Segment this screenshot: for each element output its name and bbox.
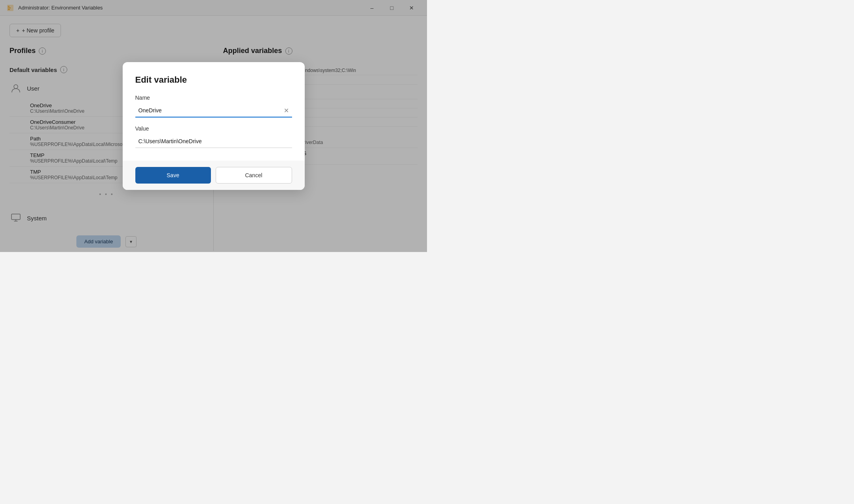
name-clear-button[interactable]: ✕ — [284, 108, 289, 114]
name-label: Name — [135, 95, 292, 101]
modal-title: Edit variable — [135, 75, 292, 85]
modal-overlay: Edit variable Name ✕ Value Save Cancel — [0, 0, 427, 252]
modal-footer: Save Cancel — [123, 161, 305, 190]
edit-variable-modal: Edit variable Name ✕ Value Save Cancel — [123, 62, 305, 190]
name-input-wrapper: ✕ — [135, 104, 292, 117]
cancel-button[interactable]: Cancel — [216, 167, 292, 184]
name-input[interactable] — [135, 104, 292, 117]
value-label: Value — [135, 125, 292, 132]
value-input[interactable] — [135, 135, 292, 148]
save-button[interactable]: Save — [135, 167, 211, 184]
